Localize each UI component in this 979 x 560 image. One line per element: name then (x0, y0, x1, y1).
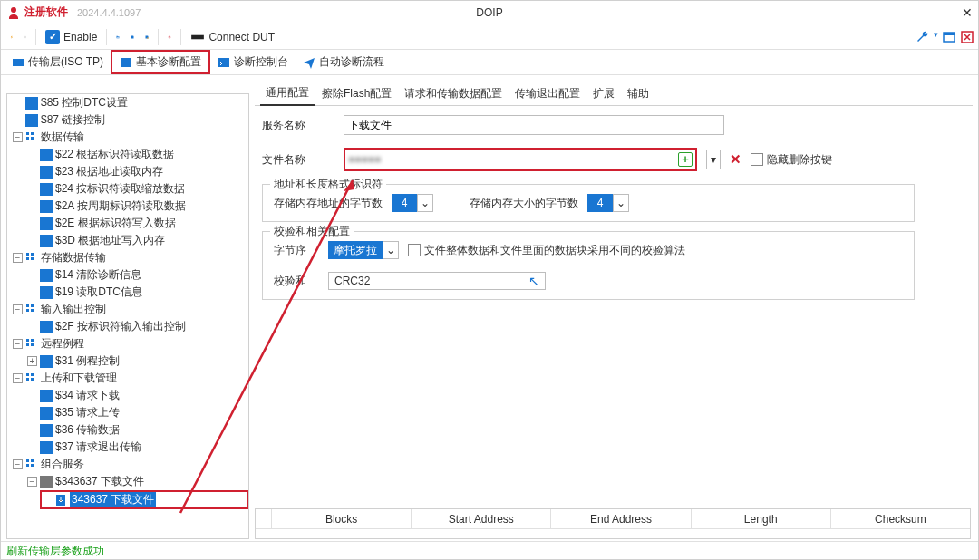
tree-item[interactable]: $87 链接控制 (41, 112, 105, 128)
svg-rect-27 (26, 304, 29, 307)
tree-item[interactable]: $85 控制DTC设置 (41, 95, 128, 111)
checkbox-icon (408, 244, 421, 256)
toolbar-tabs: 传输层(ISO TP) 基本诊断配置 诊断控制台 自动诊断流程 (1, 50, 978, 75)
circle-icon[interactable] (19, 31, 32, 43)
svg-rect-12 (31, 132, 34, 135)
collapse-icon[interactable]: − (27, 477, 37, 487)
tab-transport[interactable]: 传输层(ISO TP) (5, 52, 111, 72)
fieldset-legend: 校验和相关配置 (270, 224, 354, 239)
svg-rect-36 (40, 355, 53, 368)
tree-group[interactable]: 数据传输 (41, 130, 84, 145)
panel-tab-ext[interactable]: 扩展 (587, 82, 620, 105)
chevron-down-icon[interactable]: ⌄ (613, 194, 629, 212)
tree-item[interactable]: $22 根据标识符读取数据 (55, 147, 174, 162)
connect-dut-button[interactable]: Connect DUT (185, 28, 280, 46)
tree-item[interactable]: $343637 下载文件 (55, 474, 144, 489)
panel-tab-general[interactable]: 通用配置 (260, 82, 315, 106)
config-icon (120, 56, 132, 69)
grid-col-blocks[interactable]: Blocks (272, 509, 412, 528)
tree-item[interactable]: $34 请求下载 (55, 388, 120, 403)
grid-col-end[interactable]: End Address (551, 509, 691, 528)
file-name-combo[interactable]: ■■■■■ + (344, 148, 697, 171)
hide-delete-checkbox[interactable]: 隐藏删除按键 (751, 152, 832, 168)
svg-rect-44 (40, 441, 53, 454)
tree-item[interactable]: $2E 根据标识符写入数据 (55, 216, 176, 231)
status-bar: 刷新传输层参数成功 (1, 541, 978, 559)
collapse-icon[interactable]: − (13, 132, 23, 142)
byte-order-select[interactable]: 摩托罗拉 ⌄ (328, 241, 399, 259)
size-bytes-label: 存储内存大小的字节数 (470, 196, 578, 211)
panel-tab-request[interactable]: 请求和传输数据配置 (399, 82, 508, 105)
tree-item[interactable]: $36 传输数据 (55, 422, 120, 438)
tree-group[interactable]: 远程例程 (41, 336, 84, 352)
wrench-icon[interactable] (916, 30, 930, 44)
panel-tab-aux[interactable]: 辅助 (622, 82, 654, 105)
panel-tab-exit[interactable]: 传输退出配置 (509, 82, 586, 105)
checksum-label: 校验和 (274, 274, 319, 289)
save-icon[interactable] (125, 30, 140, 44)
tree-item[interactable]: $23 根据地址读取内存 (55, 164, 163, 179)
tree-group[interactable]: 上传和下载管理 (41, 371, 117, 386)
collapse-icon[interactable]: − (13, 339, 23, 349)
tree-item[interactable]: $24 按标识符读取缩放数据 (55, 181, 185, 197)
expand-icon[interactable]: + (27, 356, 37, 366)
size-bytes-select[interactable]: 4 ⌄ (587, 194, 629, 212)
save-as-icon[interactable] (140, 30, 154, 44)
svg-rect-45 (26, 459, 29, 462)
collapse-icon[interactable]: − (13, 253, 23, 263)
svg-rect-10 (25, 114, 38, 127)
window-close[interactable]: ✕ (962, 5, 973, 20)
tab-diag-console[interactable]: 诊断控制台 (210, 52, 296, 72)
tree-item[interactable]: $2F 按标识符输入输出控制 (55, 319, 186, 334)
open-icon[interactable] (111, 30, 125, 44)
tab-diag-config[interactable]: 基本诊断配置 (111, 50, 210, 74)
tree-group[interactable]: 输入输出控制 (41, 302, 106, 317)
delete-file-button[interactable]: ✕ (730, 151, 742, 168)
connect-icon (190, 30, 205, 44)
grid-col-marker[interactable] (256, 509, 272, 528)
svg-rect-21 (26, 253, 29, 256)
tree-group[interactable]: 组合服务 (41, 457, 84, 472)
svg-rect-39 (26, 378, 29, 381)
grid-col-checksum[interactable]: Checksum (831, 509, 970, 528)
tree-item[interactable]: $35 请求上传 (55, 405, 120, 420)
svg-rect-43 (40, 424, 53, 437)
collapse-icon[interactable]: − (13, 459, 23, 469)
grid-col-length[interactable]: Length (692, 509, 831, 528)
tree-item[interactable]: $37 请求退出传输 (55, 439, 141, 455)
lightning-icon[interactable] (5, 30, 19, 44)
toolbar-main: ✓ Enable Connect DUT ▾ (1, 24, 978, 50)
tree-item[interactable]: $31 例程控制 (55, 353, 120, 369)
tree-item[interactable]: $2A 按周期标识符读取数据 (55, 198, 186, 214)
data-grid[interactable]: Blocks Start Address End Address Length … (255, 508, 971, 539)
collapse-icon[interactable]: − (13, 373, 23, 383)
service-name-input[interactable] (344, 115, 724, 135)
tree-group[interactable]: 存储数据传输 (41, 250, 106, 266)
addr-bytes-select[interactable]: 4 ⌄ (392, 194, 433, 212)
diff-checksum-checkbox[interactable]: 文件整体数据和文件里面的数据块采用不同的校验算法 (408, 243, 685, 258)
tab-auto-diag[interactable]: 自动诊断流程 (296, 52, 392, 72)
tree-item[interactable]: $3D 根据地址写入内存 (55, 233, 165, 248)
chevron-down-icon[interactable]: ⌄ (417, 194, 433, 212)
close-panel-icon[interactable] (960, 30, 974, 44)
file-dropdown-button[interactable]: ▾ (706, 150, 721, 169)
enable-toggle[interactable]: ✓ Enable (40, 30, 102, 44)
collapse-icon[interactable]: − (13, 304, 23, 314)
svg-point-0 (24, 36, 26, 38)
chevron-down-icon[interactable]: ⌄ (383, 241, 399, 259)
add-file-button[interactable]: + (678, 152, 693, 167)
app-version: 2024.4.4.1097 (77, 7, 141, 18)
tree-item[interactable]: $19 读取DTC信息 (55, 285, 142, 300)
tree-item[interactable]: $14 清除诊断信息 (55, 267, 141, 283)
enable-label: Enable (63, 31, 97, 43)
refresh-icon[interactable] (162, 30, 177, 44)
nav-tree[interactable]: $85 控制DTC设置 $87 链接控制 −数据传输 $22 根据标识符读取数据… (6, 93, 249, 539)
tree-item-selected[interactable]: 343637 下载文件 (40, 490, 248, 509)
panel-tab-erase[interactable]: 擦除Flash配置 (316, 82, 397, 105)
checksum-value[interactable]: CRC32 ↖ (328, 272, 546, 290)
svg-rect-46 (31, 459, 34, 462)
file-name-value: ■■■■■ (348, 153, 381, 166)
window-icon[interactable] (942, 30, 956, 44)
svg-rect-18 (40, 200, 53, 213)
grid-col-start[interactable]: Start Address (412, 509, 551, 528)
